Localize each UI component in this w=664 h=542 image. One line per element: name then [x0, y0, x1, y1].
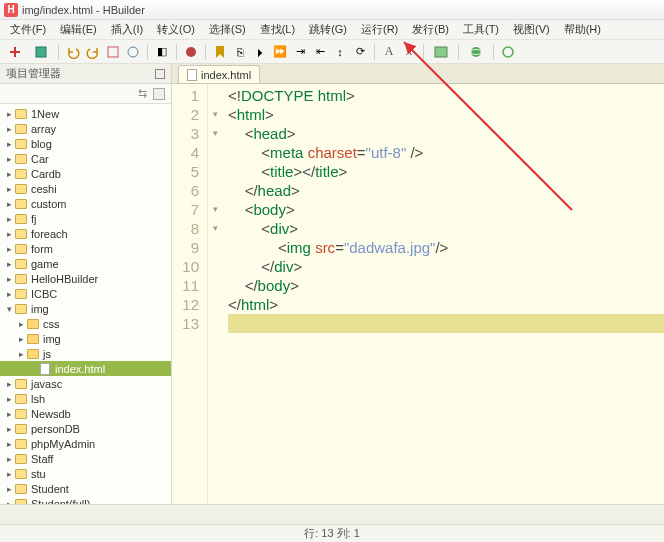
- sidebar: 项目管理器 ⇆ ▸1New▸array▸blog▸Car▸Cardb▸ceshi…: [0, 64, 172, 504]
- separator: [423, 44, 424, 60]
- tree-item-form[interactable]: ▸form: [0, 241, 171, 256]
- tree-item-Cardb[interactable]: ▸Cardb: [0, 166, 171, 181]
- separator: [458, 44, 459, 60]
- collapse-all-icon[interactable]: [153, 88, 165, 100]
- separator: [176, 44, 177, 60]
- editor-area: index.html 12345678910111213 ▾▾▾▾ <!DOCT…: [172, 64, 664, 504]
- status-position: 行: 13 列: 1: [221, 526, 442, 541]
- panel-min-icon[interactable]: [155, 69, 165, 79]
- panel-header[interactable]: 项目管理器: [0, 64, 171, 84]
- btn-h[interactable]: ⏵: [252, 44, 268, 60]
- main-area: 项目管理器 ⇆ ▸1New▸array▸blog▸Car▸Cardb▸ceshi…: [0, 64, 664, 504]
- btn-j[interactable]: ⇥: [292, 44, 308, 60]
- separator: [58, 44, 59, 60]
- tree-item-Student[interactable]: ▸Student: [0, 481, 171, 496]
- tab-index-html[interactable]: index.html: [178, 65, 260, 83]
- tree-item-Staff[interactable]: ▸Staff: [0, 451, 171, 466]
- titlebar: H img/index.html - HBuilder: [0, 0, 664, 20]
- tree-item-1New[interactable]: ▸1New: [0, 106, 171, 121]
- tree-item-stu[interactable]: ▸stu: [0, 466, 171, 481]
- btn-f[interactable]: [183, 44, 199, 60]
- browser-preview-button[interactable]: [465, 44, 487, 60]
- sync-button[interactable]: [500, 44, 516, 60]
- tree-item-img[interactable]: ▸img: [0, 331, 171, 346]
- code-content[interactable]: <!DOCTYPE html><html> <head> <meta chars…: [222, 84, 664, 504]
- panel-tools: ⇆: [0, 84, 171, 104]
- save-button[interactable]: [30, 44, 52, 60]
- font-size-dec[interactable]: A: [381, 44, 397, 60]
- line-gutter: 12345678910111213: [172, 84, 208, 504]
- tree-item-fj[interactable]: ▸fj: [0, 211, 171, 226]
- bottom-panel-collapsed[interactable]: [0, 504, 664, 524]
- menubar: 文件(F)编辑(E)插入(I)转义(O)选择(S)查找(L)跳转(G)运行(R)…: [0, 20, 664, 40]
- toolbar: ◧ ⎘ ⏵ ⏩ ⇥ ⇤ ↕ ⟳ A A: [0, 40, 664, 64]
- btn-i[interactable]: ⏩: [272, 44, 288, 60]
- separator: [147, 44, 148, 60]
- tree-item-blog[interactable]: ▸blog: [0, 136, 171, 151]
- font-size-inc[interactable]: A: [401, 44, 417, 60]
- menu-item-11[interactable]: 帮助(H): [558, 20, 607, 39]
- statusbar: 行: 13 列: 1: [0, 524, 664, 542]
- tree-item-personDB[interactable]: ▸personDB: [0, 421, 171, 436]
- svg-point-5: [186, 47, 196, 57]
- new-button[interactable]: [4, 44, 26, 60]
- menu-item-2[interactable]: 插入(I): [105, 20, 149, 39]
- svg-point-7: [471, 47, 481, 57]
- tree-item-ICBC[interactable]: ▸ICBC: [0, 286, 171, 301]
- menu-item-9[interactable]: 工具(T): [457, 20, 505, 39]
- tree-item-Newsdb[interactable]: ▸Newsdb: [0, 406, 171, 421]
- separator: [205, 44, 206, 60]
- tree-item-phpMyAdmin[interactable]: ▸phpMyAdmin: [0, 436, 171, 451]
- btn-e[interactable]: ◧: [154, 44, 170, 60]
- tree-item-css[interactable]: ▸css: [0, 316, 171, 331]
- btn-c[interactable]: [105, 44, 121, 60]
- menu-item-8[interactable]: 发行(B): [406, 20, 455, 39]
- image-button[interactable]: [430, 44, 452, 60]
- tab-label: index.html: [201, 69, 251, 81]
- bookmark-icon[interactable]: [212, 44, 228, 60]
- tree-item-lsh[interactable]: ▸lsh: [0, 391, 171, 406]
- menu-item-6[interactable]: 跳转(G): [303, 20, 353, 39]
- tree-item-Car[interactable]: ▸Car: [0, 151, 171, 166]
- window-title: img/index.html - HBuilder: [22, 4, 145, 16]
- tree-item-js[interactable]: ▸js: [0, 346, 171, 361]
- menu-item-0[interactable]: 文件(F): [4, 20, 52, 39]
- tree-item-HelloHBuilder[interactable]: ▸HelloHBuilder: [0, 271, 171, 286]
- code-editor[interactable]: 12345678910111213 ▾▾▾▾ <!DOCTYPE html><h…: [172, 84, 664, 504]
- tree-item-ceshi[interactable]: ▸ceshi: [0, 181, 171, 196]
- svg-point-9: [503, 47, 513, 57]
- tree-item-index.html[interactable]: index.html: [0, 361, 171, 376]
- menu-item-1[interactable]: 编辑(E): [54, 20, 103, 39]
- menu-item-10[interactable]: 视图(V): [507, 20, 556, 39]
- fold-column[interactable]: ▾▾▾▾: [208, 84, 222, 504]
- menu-item-7[interactable]: 运行(R): [355, 20, 404, 39]
- tree-item-game[interactable]: ▸game: [0, 256, 171, 271]
- btn-m[interactable]: ⟳: [352, 44, 368, 60]
- app-icon: H: [4, 3, 18, 17]
- undo-button[interactable]: [65, 44, 81, 60]
- panel-title: 项目管理器: [6, 66, 61, 81]
- svg-rect-2: [36, 47, 46, 57]
- btn-k[interactable]: ⇤: [312, 44, 328, 60]
- tree-item-array[interactable]: ▸array: [0, 121, 171, 136]
- tree-item-img[interactable]: ▾img: [0, 301, 171, 316]
- svg-rect-3: [108, 47, 118, 57]
- file-icon: [187, 69, 197, 81]
- tree-item-Student(full)[interactable]: ▸Student(full): [0, 496, 171, 504]
- separator: [374, 44, 375, 60]
- btn-g[interactable]: ⎘: [232, 44, 248, 60]
- btn-l[interactable]: ↕: [332, 44, 348, 60]
- btn-d[interactable]: [125, 44, 141, 60]
- svg-point-4: [128, 47, 138, 57]
- separator: [493, 44, 494, 60]
- tree-item-foreach[interactable]: ▸foreach: [0, 226, 171, 241]
- link-icon[interactable]: ⇆: [138, 87, 147, 100]
- redo-button[interactable]: [85, 44, 101, 60]
- menu-item-4[interactable]: 选择(S): [203, 20, 252, 39]
- menu-item-5[interactable]: 查找(L): [254, 20, 301, 39]
- editor-tabs: index.html: [172, 64, 664, 84]
- project-tree[interactable]: ▸1New▸array▸blog▸Car▸Cardb▸ceshi▸custom▸…: [0, 104, 171, 504]
- tree-item-javasc[interactable]: ▸javasc: [0, 376, 171, 391]
- menu-item-3[interactable]: 转义(O): [151, 20, 201, 39]
- tree-item-custom[interactable]: ▸custom: [0, 196, 171, 211]
